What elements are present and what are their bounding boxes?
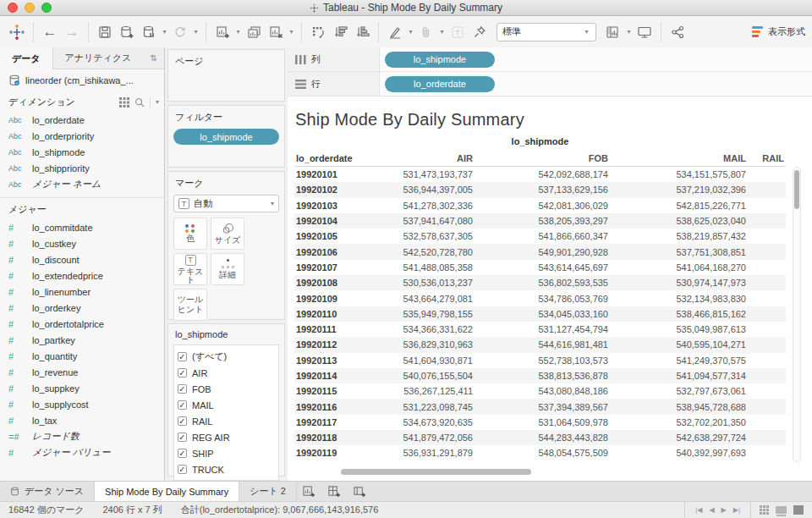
filter-option[interactable]: ✓AIR <box>178 365 278 381</box>
tab-ship-mode-sheet[interactable]: Ship Mode By Daily Summary <box>95 482 239 501</box>
share-button[interactable] <box>667 21 688 43</box>
filmstrip-view-button[interactable] <box>776 506 787 514</box>
swap-rows-columns-button[interactable] <box>308 21 328 43</box>
tile-view-button[interactable] <box>760 505 769 515</box>
undo-button[interactable]: ← <box>40 21 60 43</box>
size-button[interactable]: サイズ <box>211 218 244 250</box>
dimension-field[interactable]: Abclo_shipmode <box>0 144 164 160</box>
presentation-mode-button[interactable] <box>634 21 655 43</box>
show-me-button[interactable]: 表示形式 <box>752 25 805 38</box>
measure-field[interactable]: #lo_quantity <box>0 348 164 364</box>
data-source-item[interactable]: lineorder (cm_ishikawa_... <box>0 69 164 91</box>
columns-shelf[interactable]: 列 lo_shipmode <box>288 47 812 72</box>
columns-pill-lo-shipmode[interactable]: lo_shipmode <box>385 52 495 68</box>
dimensions-menu-caret[interactable]: ▾ <box>156 98 159 106</box>
search-icon[interactable] <box>134 97 145 107</box>
highlight-dropdown[interactable]: ▾ <box>407 28 414 36</box>
filter-option[interactable]: ✓RAIL <box>178 413 278 429</box>
measure-field[interactable]: #メジャー バリュー <box>0 444 164 460</box>
tooltip-button[interactable]: ツール ヒント <box>173 289 207 321</box>
previous-page-button[interactable]: ◀ <box>709 506 714 514</box>
filter-option[interactable]: ✓MAIL <box>178 397 278 413</box>
first-page-button[interactable]: |◀ <box>695 506 702 514</box>
measure-field[interactable]: #lo_tax <box>0 412 164 428</box>
cards-dropdown[interactable]: ▾ <box>625 28 633 36</box>
pause-auto-updates-button[interactable] <box>139 21 159 43</box>
save-button[interactable] <box>95 21 115 43</box>
pages-card[interactable]: ページ <box>167 49 285 102</box>
color-button[interactable]: 色 <box>173 218 207 250</box>
measure-field[interactable]: #lo_discount <box>0 251 164 267</box>
checked-checkbox-icon[interactable]: ✓ <box>178 368 187 377</box>
rows-shelf-body[interactable]: lo_orderdate <box>380 72 812 96</box>
new-worksheet-tab-button[interactable] <box>297 482 322 501</box>
new-sheet-dropdown[interactable]: ▾ <box>234 28 242 36</box>
new-data-source-button[interactable] <box>117 21 137 43</box>
sort-ascending-button[interactable] <box>330 21 350 43</box>
clear-sheet-button[interactable] <box>266 21 286 43</box>
fit-dropdown[interactable]: 標準 ▾ <box>497 23 596 41</box>
filter-option[interactable]: ✓REG AIR <box>178 429 278 445</box>
vertical-scrollbar-thumb[interactable] <box>794 170 799 209</box>
checked-checkbox-icon[interactable]: ✓ <box>178 384 187 394</box>
vertical-scrollbar[interactable] <box>793 167 801 462</box>
checked-checkbox-icon[interactable]: ✓ <box>178 352 187 361</box>
group-dropdown[interactable]: ▾ <box>438 28 446 36</box>
next-page-button[interactable]: ▶ <box>721 506 727 514</box>
highlight-button[interactable] <box>385 21 405 43</box>
show-hide-cards-button[interactable] <box>603 21 623 43</box>
filter-pill-lo-shipmode[interactable]: lo_shipmode <box>173 129 279 145</box>
filter-option[interactable]: ✓FOB <box>178 381 278 397</box>
measure-field[interactable]: #lo_commitdate <box>0 219 164 235</box>
measure-field[interactable]: #lo_extendedprice <box>0 267 164 284</box>
measure-field[interactable]: #lo_ordertotalprice <box>0 316 164 332</box>
last-page-button[interactable]: ▶| <box>733 506 740 514</box>
measure-field[interactable]: #lo_custkey <box>0 235 164 251</box>
dimension-field[interactable]: Abcメジャー ネーム <box>0 176 164 192</box>
measure-field[interactable]: #lo_revenue <box>0 364 164 380</box>
horizontal-scrollbar-thumb[interactable] <box>341 469 531 475</box>
pause-updates-dropdown[interactable]: ▾ <box>161 28 168 36</box>
filter-option[interactable]: ✓TRUCK <box>178 461 278 477</box>
group-members-button[interactable] <box>416 21 436 43</box>
sort-descending-button[interactable] <box>352 21 372 43</box>
rows-shelf[interactable]: 行 lo_orderdate <box>288 72 812 96</box>
detail-button[interactable]: 詳細 <box>211 253 244 285</box>
checked-checkbox-icon[interactable]: ✓ <box>178 416 187 426</box>
checked-checkbox-icon[interactable]: ✓ <box>178 400 187 410</box>
filter-option[interactable]: ✓(すべて) <box>178 349 278 365</box>
new-worksheet-button[interactable] <box>212 21 233 43</box>
measure-field[interactable]: #lo_linenumber <box>0 284 164 300</box>
checked-checkbox-icon[interactable]: ✓ <box>178 433 187 442</box>
horizontal-scrollbar[interactable] <box>294 469 788 477</box>
new-dashboard-tab-button[interactable] <box>322 482 348 501</box>
dimension-field[interactable]: Abclo_orderpriority <box>0 128 164 144</box>
pane-swap-icon[interactable]: ⇅ <box>144 47 164 69</box>
fix-axes-button[interactable] <box>469 21 490 43</box>
duplicate-sheet-button[interactable] <box>244 21 264 43</box>
columns-shelf-body[interactable]: lo_shipmode <box>380 47 812 71</box>
measure-field[interactable]: =#レコード数 <box>0 428 164 444</box>
tab-analytics[interactable]: アナリティクス <box>53 47 144 69</box>
tab-data[interactable]: データ <box>0 47 53 69</box>
dimension-field[interactable]: Abclo_orderdate <box>0 112 164 128</box>
filter-option[interactable]: ✓SHIP <box>178 445 278 461</box>
tableau-home-button[interactable] <box>7 21 27 43</box>
measure-field[interactable]: #lo_partkey <box>0 332 164 348</box>
mark-type-dropdown[interactable]: T 自動 ▾ <box>173 195 279 212</box>
checked-checkbox-icon[interactable]: ✓ <box>178 449 187 458</box>
dimension-field[interactable]: Abclo_shippriority <box>0 160 164 176</box>
measure-field[interactable]: #lo_orderkey <box>0 300 164 316</box>
text-button[interactable]: T テキスト <box>173 253 207 285</box>
clear-sheet-dropdown[interactable]: ▾ <box>288 28 295 36</box>
filters-card[interactable]: フィルター lo_shipmode <box>167 105 285 168</box>
checked-checkbox-icon[interactable]: ✓ <box>178 465 187 474</box>
show-mark-labels-button[interactable]: T <box>447 21 468 43</box>
refresh-data-button[interactable] <box>170 21 190 43</box>
redo-button[interactable]: → <box>62 21 82 43</box>
rows-pill-lo-orderdate[interactable]: lo_orderdate <box>385 76 495 92</box>
new-story-tab-button[interactable] <box>348 482 373 501</box>
view-data-grid-icon[interactable] <box>119 97 129 107</box>
tab-data-source[interactable]: データ ソース <box>0 482 95 501</box>
measure-field[interactable]: #lo_supplycost <box>0 396 164 412</box>
